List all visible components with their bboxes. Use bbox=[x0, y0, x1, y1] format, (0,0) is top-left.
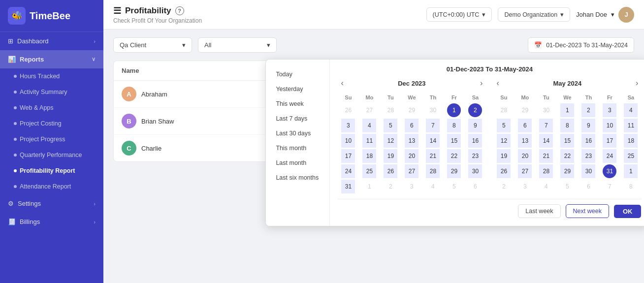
cal-day[interactable]: 5 bbox=[384, 119, 397, 132]
cal-day[interactable]: 28 bbox=[539, 164, 553, 178]
cal-day[interactable]: 29 bbox=[405, 103, 419, 117]
cal-day[interactable]: 30 bbox=[426, 103, 440, 117]
cal-day[interactable]: 30 bbox=[581, 164, 595, 178]
sidebar-item-profitability-report[interactable]: Profitability Report bbox=[0, 163, 103, 179]
cal-day[interactable]: 31 bbox=[603, 164, 616, 178]
shortcut-item[interactable]: This month bbox=[270, 141, 325, 155]
cal-day[interactable]: 2 bbox=[468, 103, 482, 117]
cal-day[interactable]: 25 bbox=[624, 149, 638, 163]
next-week-button[interactable]: Next week bbox=[566, 204, 609, 218]
cal-day[interactable]: 6 bbox=[518, 119, 532, 132]
sidebar-item-project-progress[interactable]: Project Progress bbox=[0, 131, 103, 147]
sidebar-item-reports[interactable]: 📊 Reports ∨ bbox=[0, 50, 103, 68]
cal-day[interactable]: 23 bbox=[468, 149, 482, 163]
cal-day[interactable]: 23 bbox=[581, 149, 595, 163]
cal-day[interactable]: 9 bbox=[468, 119, 482, 132]
cal-day[interactable]: 2 bbox=[497, 180, 511, 193]
cal-day[interactable]: 20 bbox=[518, 149, 532, 163]
cal-day[interactable]: 13 bbox=[518, 134, 532, 148]
cal-day[interactable]: 4 bbox=[624, 103, 638, 117]
cal-day[interactable]: 3 bbox=[603, 103, 616, 117]
cal-day[interactable]: 25 bbox=[362, 164, 376, 178]
cal-day[interactable]: 14 bbox=[539, 134, 553, 148]
cal-day[interactable]: 22 bbox=[560, 149, 574, 163]
cal-day[interactable]: 7 bbox=[426, 119, 440, 132]
client-filter[interactable]: Qa Client ▾ bbox=[113, 37, 192, 53]
timezone-dropdown[interactable]: (UTC+0:00) UTC ▾ bbox=[426, 7, 492, 22]
sidebar-item-billings[interactable]: 🧾 Billings › bbox=[0, 213, 103, 231]
cal-day[interactable]: 21 bbox=[539, 149, 553, 163]
next-month-button[interactable]: › bbox=[633, 78, 641, 89]
cal-day[interactable]: 31 bbox=[341, 180, 355, 193]
ok-button[interactable]: OK bbox=[614, 205, 642, 218]
cal-day[interactable]: 20 bbox=[405, 149, 419, 163]
shortcut-item[interactable]: Today bbox=[270, 67, 325, 81]
cal-day[interactable]: 8 bbox=[447, 119, 461, 132]
sidebar-item-settings[interactable]: ⚙ Settings › bbox=[0, 194, 103, 213]
sidebar-item-attendance-report[interactable]: Attendance Report bbox=[0, 179, 103, 194]
shortcut-item[interactable]: Last month bbox=[270, 156, 325, 170]
cal-day[interactable]: 8 bbox=[560, 119, 574, 132]
cal-day[interactable]: 27 bbox=[362, 103, 376, 117]
sidebar-item-activity-summary[interactable]: Activity Summary bbox=[0, 84, 103, 100]
sidebar-item-web-apps[interactable]: Web & Apps bbox=[0, 100, 103, 116]
cal-day[interactable]: 2 bbox=[384, 180, 397, 193]
date-range-button[interactable]: 📅 01-Dec-2023 To 31-May-2024 bbox=[528, 37, 634, 53]
last-week-button[interactable]: Last week bbox=[518, 204, 560, 218]
sidebar-item-dashboard[interactable]: ⊞ Dashbaord › bbox=[0, 32, 103, 50]
cal-day[interactable]: 10 bbox=[603, 119, 616, 132]
prev-month-button[interactable]: ‹ bbox=[338, 78, 346, 89]
cal-day[interactable]: 12 bbox=[384, 134, 397, 148]
cal-day[interactable]: 18 bbox=[624, 134, 638, 148]
sidebar-item-project-costing[interactable]: Project Costing bbox=[0, 116, 103, 131]
cal-day[interactable]: 4 bbox=[426, 180, 440, 193]
all-filter[interactable]: All ▾ bbox=[198, 37, 277, 53]
cal-day[interactable]: 4 bbox=[539, 180, 553, 193]
sidebar-item-hours-tracked[interactable]: Hours Tracked bbox=[0, 68, 103, 84]
cal-day[interactable]: 24 bbox=[341, 164, 355, 178]
cal-day[interactable]: 3 bbox=[518, 180, 532, 193]
cal-day[interactable]: 29 bbox=[447, 164, 461, 178]
cal-day[interactable]: 29 bbox=[518, 103, 532, 117]
cal-day[interactable]: 15 bbox=[447, 134, 461, 148]
cal-day[interactable]: 27 bbox=[405, 164, 419, 178]
cal-day[interactable]: 1 bbox=[624, 164, 638, 178]
cal-day[interactable]: 26 bbox=[341, 103, 355, 117]
cal-day[interactable]: 26 bbox=[497, 164, 511, 178]
shortcut-item[interactable]: Last six months bbox=[270, 171, 325, 185]
cal-day[interactable]: 6 bbox=[581, 180, 595, 193]
cal-day[interactable]: 28 bbox=[426, 164, 440, 178]
cal-day[interactable]: 5 bbox=[447, 180, 461, 193]
organization-dropdown[interactable]: Demo Organization ▾ bbox=[498, 7, 570, 22]
cal-day[interactable]: 2 bbox=[581, 103, 595, 117]
cal-day[interactable]: 30 bbox=[468, 164, 482, 178]
cal-day[interactable]: 27 bbox=[518, 164, 532, 178]
cal-day[interactable]: 1 bbox=[362, 180, 376, 193]
cal-day[interactable]: 19 bbox=[497, 149, 511, 163]
cal-day[interactable]: 6 bbox=[468, 180, 482, 193]
cal-day[interactable]: 19 bbox=[384, 149, 397, 163]
cal-day[interactable]: 1 bbox=[560, 103, 574, 117]
cal-day[interactable]: 4 bbox=[362, 119, 376, 132]
cal-day[interactable]: 1 bbox=[447, 103, 461, 117]
cal-day[interactable]: 28 bbox=[384, 103, 397, 117]
shortcut-item[interactable]: This week bbox=[270, 97, 325, 111]
user-menu[interactable]: Johan Doe ▾ J bbox=[576, 7, 634, 23]
cal-day[interactable]: 3 bbox=[341, 119, 355, 132]
sidebar-item-quarterly-performance[interactable]: Quarterly Performance bbox=[0, 147, 103, 163]
cal-day[interactable]: 5 bbox=[497, 119, 511, 132]
cal-day[interactable]: 7 bbox=[539, 119, 553, 132]
cal-day[interactable]: 7 bbox=[603, 180, 616, 193]
cal-day[interactable]: 10 bbox=[341, 134, 355, 148]
cal-day[interactable]: 30 bbox=[539, 103, 553, 117]
next-month-button[interactable]: › bbox=[477, 78, 485, 89]
cal-day[interactable]: 21 bbox=[426, 149, 440, 163]
cal-day[interactable]: 6 bbox=[405, 119, 419, 132]
cal-day[interactable]: 14 bbox=[426, 134, 440, 148]
cal-day[interactable]: 24 bbox=[603, 149, 616, 163]
cal-day[interactable]: 5 bbox=[560, 180, 574, 193]
cal-day[interactable]: 26 bbox=[384, 164, 397, 178]
cal-day[interactable]: 17 bbox=[603, 134, 616, 148]
cal-day[interactable]: 3 bbox=[405, 180, 419, 193]
cal-day[interactable]: 17 bbox=[341, 149, 355, 163]
